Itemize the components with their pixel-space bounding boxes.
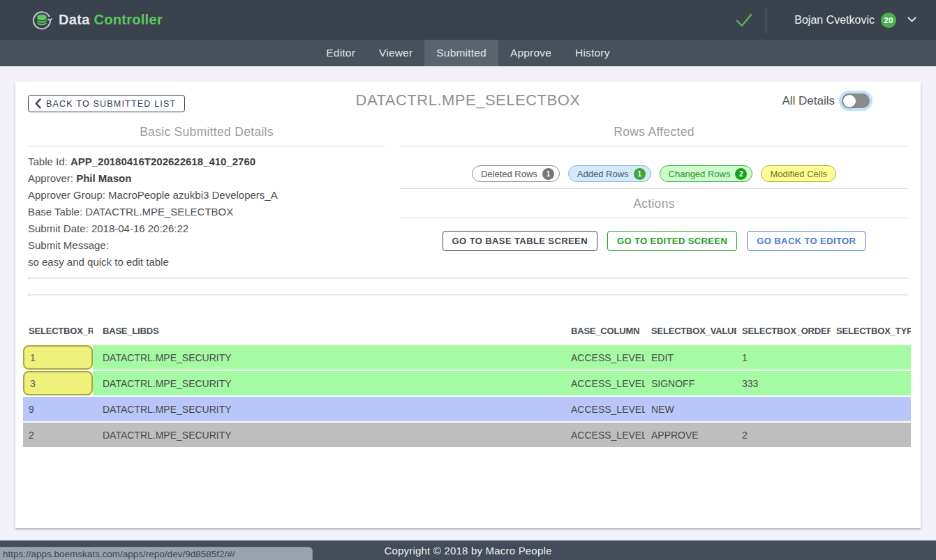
detail-base-table: Base Table: DATACTRL.MPE_SELECTBOX <box>28 204 385 220</box>
actions-heading: Actions <box>400 197 908 211</box>
table-row[interactable]: 9 DATACTRL.MPE_SECURITY ACCESS_LEVEL NEW <box>23 397 911 421</box>
tab-approve[interactable]: Approve <box>498 40 563 66</box>
go-to-base-table-screen-button[interactable]: GO TO BASE TABLE SCREEN <box>443 231 597 251</box>
basic-details-heading: Basic Submitted Details <box>28 125 385 139</box>
pill-count-badge: 2 <box>735 168 747 180</box>
field-label: Approver Group: <box>28 189 108 201</box>
detail-approver: Approver: Phil Mason <box>28 170 385 187</box>
toggle-knob <box>843 95 856 107</box>
table-header-row: SELECTBOX_RK BASE_LIBDS BASE_COLUMN SELE… <box>23 323 911 338</box>
app-logo[interactable]: Data Controller <box>31 10 163 31</box>
pill-label: Added Rows <box>577 169 629 179</box>
browser-status-url: https://apps.boemskats.com/apps/repo/dev… <box>0 547 313 560</box>
detail-table-id: Table Id: APP_20180416T202622618_410_276… <box>28 153 385 170</box>
table-cell[interactable]: 2 <box>736 423 831 447</box>
user-menu-chevron-icon[interactable] <box>907 17 916 23</box>
table-cell[interactable]: APPROVE <box>646 423 736 447</box>
table-cell[interactable]: 2 <box>23 423 93 447</box>
divider <box>400 218 908 218</box>
pill-label: Modified Cells <box>770 169 827 179</box>
tab-submitted[interactable]: Submitted <box>424 40 498 66</box>
table-cell[interactable]: DATACTRL.MPE_SECURITY <box>93 423 565 447</box>
table-row[interactable]: 1 DATACTRL.MPE_SECURITY ACCESS_LEVEL EDI… <box>23 345 911 370</box>
table-cell[interactable]: DATACTRL.MPE_SECURITY <box>93 371 565 395</box>
column-header-selectbox-type[interactable]: SELECTBOX_TYPE <box>831 323 911 338</box>
table-cell-modified[interactable]: 3 <box>23 371 93 395</box>
table-cell[interactable]: DATACTRL.MPE_SECURITY <box>93 397 565 421</box>
logo-text-accent: Controller <box>94 12 163 27</box>
user-name[interactable]: Bojan Cvetkovic <box>794 14 875 27</box>
column-header-selectbox-rk[interactable]: SELECTBOX_RK <box>23 323 93 338</box>
table-cell[interactable] <box>831 371 911 395</box>
table-cell[interactable]: ACCESS_LEVEL <box>565 397 646 421</box>
rows-affected-pills: Deleted Rows 1 Added Rows 1 Changed Rows… <box>400 165 908 182</box>
database-logo-icon <box>31 10 52 31</box>
go-back-to-editor-button[interactable]: GO BACK TO EDITOR <box>747 231 866 251</box>
changed-rows-pill[interactable]: Changed Rows 2 <box>660 165 753 182</box>
tab-viewer[interactable]: Viewer <box>367 40 424 66</box>
pill-count-badge: 1 <box>542 168 554 180</box>
table-cell[interactable] <box>831 423 911 447</box>
all-details-label: All Details <box>782 94 835 108</box>
field-value: MacroPeople azukbi3 Developers_A <box>108 189 278 201</box>
tab-history[interactable]: History <box>563 40 622 66</box>
table-cell[interactable]: EDIT <box>646 345 736 370</box>
column-header-selectbox-value[interactable]: SELECTBOX_VALUE <box>646 323 736 338</box>
column-header-base-libds[interactable]: BASE_LIBDS <box>93 323 565 338</box>
divider <box>400 146 908 146</box>
table-cell[interactable]: ACCESS_LEVEL <box>565 371 646 395</box>
table-cell[interactable]: 333 <box>736 371 831 395</box>
table-cell[interactable]: SIGNOFF <box>646 371 736 395</box>
header-divider <box>766 7 766 33</box>
detail-submit-message-label: Submit Message: <box>28 237 385 254</box>
basic-details-section: Basic Submitted Details Table Id: APP_20… <box>28 125 385 271</box>
pill-count-badge: 1 <box>634 168 646 180</box>
field-label: Submit Message: <box>28 239 109 251</box>
app-header: Data Controller Bojan Cvetkovic 20 <box>0 0 936 40</box>
table-cell[interactable] <box>736 397 831 421</box>
added-rows-pill[interactable]: Added Rows 1 <box>568 165 651 182</box>
table-cell[interactable]: 1 <box>736 345 831 370</box>
column-header-base-column[interactable]: BASE_COLUMN <box>565 323 646 338</box>
copyright-text: Copyright © 2018 by Macro People <box>384 545 551 557</box>
table-cell[interactable]: ACCESS_LEVEL <box>565 345 646 370</box>
rows-affected-heading: Rows Affected <box>400 125 908 139</box>
table-cell-modified[interactable]: 1 <box>23 345 93 370</box>
field-value: APP_20180416T202622618_410_2760 <box>70 156 255 167</box>
main-nav: Editor Viewer Submitted Approve History <box>0 40 936 66</box>
table-cell[interactable] <box>831 397 911 421</box>
user-count-badge: 20 <box>881 13 896 28</box>
deleted-rows-pill[interactable]: Deleted Rows 1 <box>472 165 560 182</box>
field-label: Submit Date: <box>28 222 91 234</box>
field-value: 2018-04-16 20:26:22 <box>91 222 188 234</box>
column-header-selectbox-order[interactable]: SELECTBOX_ORDER <box>736 323 831 338</box>
all-details-control: All Details <box>782 93 870 108</box>
go-to-edited-screen-button[interactable]: GO TO EDITED SCREEN <box>607 231 737 251</box>
field-value: Phil Mason <box>76 172 131 184</box>
table-cell[interactable]: 9 <box>23 397 93 421</box>
divider <box>400 188 908 189</box>
table-row[interactable]: 2 DATACTRL.MPE_SECURITY ACCESS_LEVEL APP… <box>23 423 911 447</box>
detail-approver-group: Approver Group: MacroPeople azukbi3 Deve… <box>28 187 385 204</box>
divider <box>28 294 908 296</box>
table-cell[interactable]: NEW <box>646 397 736 421</box>
connection-check-icon <box>735 13 753 28</box>
modified-cells-pill[interactable]: Modified Cells <box>761 165 836 182</box>
pill-label: Deleted Rows <box>481 169 537 179</box>
table-row[interactable]: 3 DATACTRL.MPE_SECURITY ACCESS_LEVEL SIG… <box>23 371 911 395</box>
field-label: Table Id: <box>28 156 70 167</box>
rows-affected-section: Rows Affected Deleted Rows 1 Added Rows … <box>400 125 908 251</box>
table-cell[interactable]: ACCESS_LEVEL <box>565 423 646 447</box>
divider <box>28 278 908 279</box>
table-cell[interactable]: DATACTRL.MPE_SECURITY <box>93 345 565 370</box>
detail-submit-date: Submit Date: 2018-04-16 20:26:22 <box>28 220 385 237</box>
submitted-rows-table: SELECTBOX_RK BASE_LIBDS BASE_COLUMN SELE… <box>23 323 911 448</box>
tab-editor[interactable]: Editor <box>314 40 367 66</box>
table-cell[interactable] <box>831 345 911 370</box>
field-label: Approver: <box>28 172 76 184</box>
all-details-toggle[interactable] <box>842 93 870 108</box>
logo-text: Data Controller <box>59 12 163 28</box>
field-value: DATACTRL.MPE_SELECTBOX <box>85 206 233 218</box>
pill-label: Changed Rows <box>669 169 731 179</box>
header-right: Bojan Cvetkovic 20 <box>735 0 916 40</box>
